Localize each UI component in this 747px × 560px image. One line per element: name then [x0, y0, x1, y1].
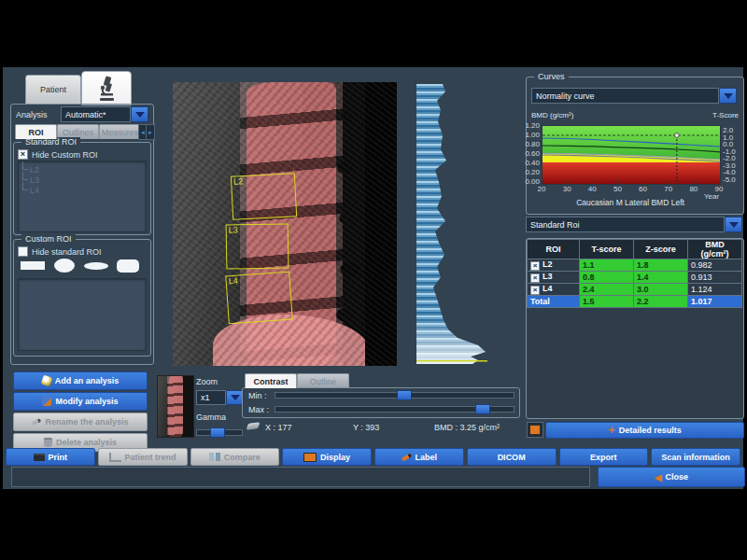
modify-analysis-button[interactable]: Modify analysis	[13, 392, 148, 411]
hide-standard-roi-label: Hide standard ROI	[32, 247, 102, 257]
max-slider-handle[interactable]	[475, 404, 490, 414]
chevron-down-icon[interactable]	[719, 88, 737, 104]
analysis-dropdown-value: Automatic*	[61, 106, 131, 122]
tab-outline[interactable]: Outline	[297, 373, 349, 388]
scan-information-button[interactable]: Scan information	[651, 448, 740, 466]
roi-box-l3[interactable]: L3	[226, 223, 289, 269]
roi-visible-checkbox[interactable]: ×	[530, 261, 540, 271]
roi-set-value: Standard Roi	[526, 217, 725, 232]
zoom-dropdown[interactable]: x1	[196, 390, 244, 405]
bmd-value: 0.982	[688, 259, 742, 272]
min-slider[interactable]	[275, 392, 514, 399]
rename-the-analysis-button[interactable]: Rename the analysis	[13, 413, 148, 431]
standard-roi-list[interactable]: L2L3L4	[18, 161, 147, 232]
label-button[interactable]: Label	[374, 448, 464, 466]
bone-density-profile	[416, 84, 487, 364]
rename-icon	[32, 418, 42, 426]
table-row[interactable]: ×L42.43.01.124	[528, 284, 742, 296]
hide-custom-roi-row[interactable]: × Hide Custom ROI	[18, 149, 98, 160]
tab-patient-label: Patient	[40, 85, 66, 94]
hide-standard-roi-checkbox[interactable]	[18, 246, 28, 257]
cursor-bmd-readout: BMD : 3.25 g/cm²	[434, 423, 500, 432]
axis-tick: -5.0	[723, 175, 743, 184]
roi-name: L4	[543, 284, 553, 293]
screen: Patient Analysis Automatic* ROIOutlinesM…	[0, 0, 747, 560]
detailed-results-button[interactable]: + Detailed results	[545, 422, 744, 439]
modify-icon	[42, 397, 51, 406]
roi-box-l2[interactable]: L2	[231, 173, 297, 220]
button-label: Rename the analysis	[45, 417, 128, 427]
roi-box-l4-label: L4	[228, 276, 238, 287]
detailed-results-label: Detailed results	[619, 426, 682, 435]
roi-list-item[interactable]: L3	[19, 175, 146, 185]
min-slider-handle[interactable]	[397, 390, 412, 400]
spine-xray-image[interactable]: L2 L3 L4	[173, 82, 397, 366]
pencil-icon	[401, 453, 412, 461]
roi-set-dropdown[interactable]: Standard Roi	[526, 217, 742, 232]
curve-type-dropdown[interactable]: Normality curve	[531, 88, 737, 104]
snapshot-button[interactable]	[527, 422, 543, 438]
button-label: Add an analysis	[55, 376, 120, 385]
tab-measures[interactable]: Measures	[99, 124, 141, 139]
tab-contrast[interactable]: Contrast	[245, 373, 297, 388]
ellipse-tool-button[interactable]	[49, 258, 79, 273]
roi-box-l3-label: L3	[229, 225, 238, 234]
table-row[interactable]: ×L21.11.80.982	[528, 259, 742, 272]
tscore-axis-label: T-Score	[684, 111, 739, 119]
compare-button[interactable]: Compare	[190, 448, 280, 466]
button-label: Modify analysis	[55, 397, 118, 406]
table-row[interactable]: ×L30.81.40.913	[528, 272, 742, 284]
print-button[interactable]: Print	[6, 448, 95, 466]
tab-label: ROI	[28, 128, 43, 137]
axis-tick: 80	[684, 185, 703, 193]
hide-custom-roi-checkbox[interactable]: ×	[18, 149, 28, 160]
table-row-total[interactable]: Total1.52.21.017	[528, 296, 742, 308]
add-an-analysis-button[interactable]: Add an analysis	[13, 371, 148, 390]
tab-analysis[interactable]	[81, 71, 132, 105]
chevron-down-icon[interactable]	[131, 106, 148, 122]
z-score-value: 1.8	[634, 259, 688, 272]
eraser-icon[interactable]	[247, 422, 261, 430]
gamma-slider[interactable]	[196, 429, 243, 436]
tab-roi[interactable]: ROI	[15, 124, 57, 139]
patient-trend-button[interactable]: Patient trend	[98, 448, 188, 466]
roi-visible-checkbox[interactable]: ×	[530, 273, 540, 283]
close-button[interactable]: ◀ Close	[598, 467, 745, 487]
button-label: Display	[320, 453, 350, 462]
axis-tick: 0.20	[512, 168, 540, 176]
t-score-value: 0.8	[580, 272, 634, 284]
roi-name: L3	[543, 272, 553, 281]
axis-tick: 70	[659, 185, 678, 193]
xray-thumbnail[interactable]	[157, 375, 194, 438]
hide-standard-roi-row[interactable]: Hide standard ROI	[18, 246, 102, 257]
chevron-down-icon[interactable]	[725, 217, 742, 232]
trend-icon	[109, 453, 121, 462]
save-icon	[529, 424, 542, 436]
flat-ellipse-tool-button[interactable]	[81, 258, 111, 273]
dicom-button[interactable]: DICOM	[467, 448, 557, 466]
rounded-rectangle-tool-button[interactable]	[113, 258, 143, 273]
rectangle-tool-button[interactable]	[18, 258, 48, 273]
roi-box-l4[interactable]: L4	[225, 272, 292, 325]
ellipse-icon	[54, 259, 75, 273]
status-bar	[11, 467, 590, 487]
gamma-label: Gamma	[196, 413, 226, 422]
zoom-label: Zoom	[196, 377, 218, 386]
roi-list-item[interactable]: L4	[19, 185, 146, 195]
bmd-value: 1.124	[688, 284, 742, 296]
display-button[interactable]: Display	[282, 448, 372, 466]
z-score-value: 1.4	[634, 272, 688, 284]
analysis-dropdown[interactable]: Automatic*	[61, 106, 148, 122]
gamma-slider-handle[interactable]	[210, 427, 225, 438]
custom-roi-list[interactable]	[18, 278, 147, 351]
hide-custom-roi-label: Hide Custom ROI	[32, 150, 98, 160]
max-slider[interactable]	[275, 406, 514, 413]
export-button[interactable]: Export	[559, 448, 649, 466]
roi-list-item[interactable]: L2	[19, 164, 146, 175]
axis-tick: 40	[583, 185, 601, 193]
button-label: Patient trend	[125, 453, 176, 462]
cursor-y-readout: Y : 393	[353, 423, 379, 432]
tab-patient[interactable]: Patient	[25, 75, 81, 105]
tab-scroll-right-icon[interactable]: ►	[146, 124, 155, 140]
roi-visible-checkbox[interactable]: ×	[530, 286, 540, 295]
